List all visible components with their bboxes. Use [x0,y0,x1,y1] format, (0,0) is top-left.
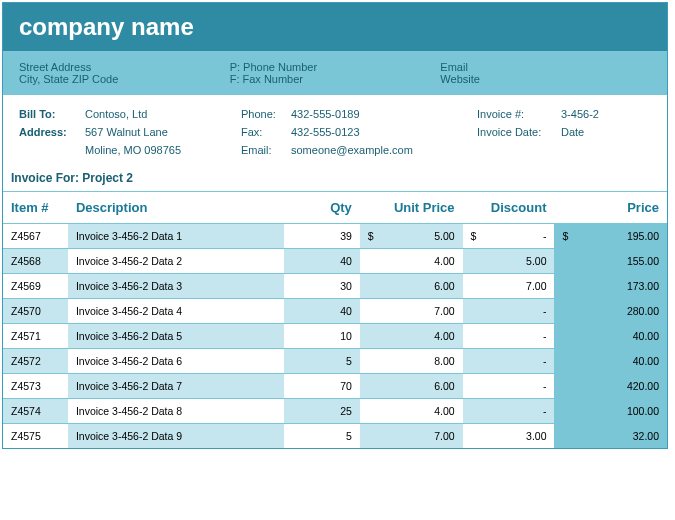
invoice-number-label: Invoice #: [477,105,553,123]
company-name: company name [19,13,651,41]
cell-desc: Invoice 3-456-2 Data 8 [68,399,284,424]
seller-website: Website [440,73,651,85]
billto-company: Contoso, Ltd [85,105,233,123]
table-row: Z4571Invoice 3-456-2 Data 5104.00-40.00 [3,324,667,349]
billto-phone: 432-555-0189 [291,105,469,123]
cell-unit-price: 6.00 [360,374,463,399]
col-unit-price: Unit Price [360,192,463,224]
table-row: Z4568Invoice 3-456-2 Data 2404.005.00155… [3,249,667,274]
table-row: Z4570Invoice 3-456-2 Data 4407.00-280.00 [3,299,667,324]
seller-info: Street Address City, State ZIP Code P: P… [3,51,667,95]
col-qty: Qty [284,192,360,224]
cell-price: 100.00 [554,399,667,424]
col-item: Item # [3,192,68,224]
cell-price: 173.00 [554,274,667,299]
cell-item: Z4574 [3,399,68,424]
cell-discount: - [463,374,555,399]
cell-discount: $- [463,224,555,249]
cell-discount: 7.00 [463,274,555,299]
cell-qty: 30 [284,274,360,299]
cell-item: Z4571 [3,324,68,349]
cell-desc: Invoice 3-456-2 Data 7 [68,374,284,399]
seller-city: City, State ZIP Code [19,73,230,85]
invoice-for: Invoice For: Project 2 [3,165,667,191]
fax-label: Fax: [241,123,283,141]
cell-desc: Invoice 3-456-2 Data 3 [68,274,284,299]
billto-street: 567 Walnut Lane [85,123,233,141]
seller-phone: P: Phone Number [230,61,441,73]
cell-qty: 40 [284,249,360,274]
cell-discount: - [463,324,555,349]
seller-email: Email [440,61,651,73]
cell-qty: 40 [284,299,360,324]
cell-item: Z4567 [3,224,68,249]
phone-label: Phone: [241,105,283,123]
title-bar: company name [3,3,667,51]
seller-fax: F: Fax Number [230,73,441,85]
billto-label: Bill To: [19,105,77,123]
cell-qty: 5 [284,424,360,449]
cell-unit-price: 4.00 [360,324,463,349]
col-price: Price [554,192,667,224]
cell-qty: 10 [284,324,360,349]
cell-unit-price: 6.00 [360,274,463,299]
cell-unit-price: 7.00 [360,424,463,449]
cell-discount: - [463,399,555,424]
cell-qty: 5 [284,349,360,374]
seller-street: Street Address [19,61,230,73]
col-discount: Discount [463,192,555,224]
table-row: Z4573Invoice 3-456-2 Data 7706.00-420.00 [3,374,667,399]
cell-qty: 25 [284,399,360,424]
cell-price: 40.00 [554,349,667,374]
cell-desc: Invoice 3-456-2 Data 9 [68,424,284,449]
table-row: Z4567Invoice 3-456-2 Data 139$5.00$-$195… [3,224,667,249]
cell-desc: Invoice 3-456-2 Data 6 [68,349,284,374]
cell-item: Z4573 [3,374,68,399]
cell-item: Z4569 [3,274,68,299]
cell-discount: 5.00 [463,249,555,274]
billto-city: Moline, MO 098765 [85,141,233,159]
cell-desc: Invoice 3-456-2 Data 4 [68,299,284,324]
table-row: Z4574Invoice 3-456-2 Data 8254.00-100.00 [3,399,667,424]
cell-desc: Invoice 3-456-2 Data 2 [68,249,284,274]
col-desc: Description [68,192,284,224]
cell-price: $195.00 [554,224,667,249]
cell-price: 420.00 [554,374,667,399]
cell-price: 40.00 [554,324,667,349]
invoice-number: 3-456-2 [561,105,651,123]
cell-qty: 39 [284,224,360,249]
cell-discount: 3.00 [463,424,555,449]
cell-unit-price: 7.00 [360,299,463,324]
cell-price: 155.00 [554,249,667,274]
cell-qty: 70 [284,374,360,399]
cell-discount: - [463,349,555,374]
cell-discount: - [463,299,555,324]
cell-unit-price: 4.00 [360,249,463,274]
line-items-table: Item # Description Qty Unit Price Discou… [3,191,667,448]
cell-item: Z4568 [3,249,68,274]
address-label: Address: [19,123,77,141]
table-row: Z4569Invoice 3-456-2 Data 3306.007.00173… [3,274,667,299]
email-label: Email: [241,141,283,159]
billto-fax: 432-555-0123 [291,123,469,141]
cell-price: 280.00 [554,299,667,324]
billto-block: Bill To: Address: Contoso, Ltd 567 Walnu… [3,95,667,165]
cell-item: Z4572 [3,349,68,374]
table-row: Z4575Invoice 3-456-2 Data 957.003.0032.0… [3,424,667,449]
invoice-date: Date [561,123,651,141]
cell-price: 32.00 [554,424,667,449]
cell-item: Z4570 [3,299,68,324]
cell-desc: Invoice 3-456-2 Data 1 [68,224,284,249]
cell-desc: Invoice 3-456-2 Data 5 [68,324,284,349]
table-row: Z4572Invoice 3-456-2 Data 658.00-40.00 [3,349,667,374]
invoice-container: company name Street Address City, State … [2,2,668,449]
invoice-date-label: Invoice Date: [477,123,553,141]
cell-item: Z4575 [3,424,68,449]
cell-unit-price: $5.00 [360,224,463,249]
cell-unit-price: 8.00 [360,349,463,374]
billto-email: someone@example.com [291,141,469,159]
cell-unit-price: 4.00 [360,399,463,424]
